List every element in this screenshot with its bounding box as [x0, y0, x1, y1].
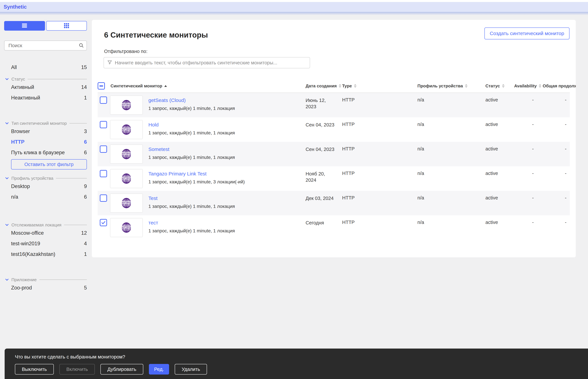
filter-item-count: 6	[84, 139, 87, 145]
sort-icon	[502, 84, 505, 88]
monitor-filter-input[interactable]	[114, 60, 310, 66]
monitor-thumbnail: HTTP/S	[110, 144, 143, 164]
filtered-by-label: Отфильтровано по:	[104, 49, 576, 54]
filter-item[interactable]: Путь клика в браузере 6	[4, 147, 87, 158]
table-row: HTTP/S Hold 1 запрос, каждый(е) 1 minute…	[98, 117, 570, 142]
type-cell: HTTP	[342, 166, 418, 191]
monitor-name-link[interactable]: getSeats (Cloud)	[148, 97, 186, 103]
action-button[interactable]: Включить	[59, 364, 95, 375]
filter-section-monitor-type[interactable]: Тип синтетический монитор	[4, 121, 87, 126]
list-view-button[interactable]	[4, 21, 45, 31]
filter-item-count: 15	[81, 64, 87, 70]
monitor-thumbnail: HTTP/S	[110, 95, 143, 115]
svg-text:HTTP/S: HTTP/S	[122, 201, 131, 204]
app-header: Synthetic	[0, 2, 588, 12]
row-checkbox[interactable]	[100, 170, 107, 177]
row-checkbox[interactable]	[100, 194, 107, 202]
action-button[interactable]: Выключить	[15, 364, 54, 375]
column-header-type[interactable]: Type	[342, 83, 418, 89]
availability-cell: -	[513, 166, 543, 191]
filter-section-title: Профиль устройства	[11, 176, 53, 181]
chevron-down-icon	[4, 77, 9, 82]
type-cell: HTTP	[342, 117, 418, 142]
monitor-name-link[interactable]: тест	[148, 220, 158, 225]
section-divider	[69, 123, 87, 124]
filter-item-count: 3	[84, 128, 87, 134]
filter-section-title: Статус	[11, 77, 25, 82]
filter-item[interactable]: Browser 3	[4, 126, 87, 137]
filter-item-count: 14	[81, 84, 87, 90]
filter-item[interactable]: Неактивный 1	[4, 93, 87, 103]
column-header-profile[interactable]: Профиль устройства	[418, 83, 485, 89]
filter-item-count: 1	[84, 251, 87, 257]
filter-group-status: Активный 14 Неактивный 1	[4, 82, 87, 103]
sort-ascending-icon	[164, 85, 167, 87]
grid-view-button[interactable]	[46, 21, 87, 31]
filter-section-device-profile[interactable]: Профиль устройства	[4, 175, 87, 181]
filter-item[interactable]: Desktop 9	[4, 181, 87, 192]
filter-section-title: Отслеживаемая локация	[11, 222, 61, 228]
type-cell: HTTP	[342, 191, 418, 215]
search-input[interactable]	[4, 41, 87, 50]
select-all-checkbox[interactable]	[98, 82, 105, 90]
filter-item[interactable]: Moscow-office 12	[4, 228, 87, 238]
filter-item-label: Путь клика в браузере	[11, 150, 65, 156]
type-cell: HTTP	[342, 93, 418, 117]
svg-text:HTTP/S: HTTP/S	[122, 226, 131, 229]
status-cell: active	[485, 215, 513, 240]
filter-item[interactable]: test16(Kazakhstan) 1	[4, 249, 87, 259]
filter-section-application[interactable]: Приложение	[4, 277, 87, 283]
svg-text:HTTP/S: HTTP/S	[122, 128, 131, 131]
monitor-description: 1 запрос, каждый(е) 1 minute, 1 локация	[148, 155, 235, 160]
view-toggle	[4, 21, 87, 31]
action-button[interactable]: Ред.	[149, 364, 169, 375]
column-header-monitor[interactable]: Синтетический монитор	[108, 83, 306, 89]
monitor-description: 1 запрос, каждый(е) 1 minute, 1 локация	[148, 130, 235, 136]
row-checkbox[interactable]	[100, 145, 107, 153]
sort-icon	[339, 84, 341, 88]
monitor-name-link[interactable]: Hold	[148, 122, 159, 127]
filter-item-label: Неактивный	[11, 95, 40, 101]
main-panel: Создать синтетический монитор 6 Синтетич…	[92, 20, 576, 257]
filter-section-status[interactable]: Статус	[4, 76, 87, 82]
app-title: Synthetic	[4, 4, 27, 10]
row-checkbox[interactable]	[100, 96, 107, 104]
type-cell: HTTP	[342, 215, 418, 240]
top-white-strip	[0, 0, 588, 2]
type-cell: HTTP	[342, 142, 418, 166]
filter-item[interactable]: HTTP 6	[4, 137, 87, 147]
filter-item-label: HTTP	[11, 139, 25, 145]
http-globe-icon: HTTP/S	[121, 125, 132, 135]
filter-item-label: Moscow-office	[11, 230, 44, 236]
filter-item[interactable]: test-win2019 4	[4, 238, 87, 249]
column-header-availability[interactable]: Availability	[513, 83, 543, 89]
create-monitor-button[interactable]: Создать синтетический монитор	[484, 28, 570, 39]
section-divider	[64, 225, 87, 225]
action-button[interactable]: Дублировать	[100, 364, 143, 375]
table-row: HTTP/S Test 1 запрос, каждый(е) 1 minute…	[98, 191, 570, 215]
availability-cell: -	[513, 215, 543, 240]
row-checkbox[interactable]	[100, 121, 107, 128]
filter-item[interactable]: Активный 14	[4, 82, 87, 93]
svg-text:HTTP/S: HTTP/S	[122, 152, 131, 155]
sort-icon	[354, 84, 356, 88]
monitor-thumbnail: HTTP/S	[110, 193, 143, 213]
column-header-duration[interactable]: Общая продолжит	[543, 83, 576, 89]
monitor-name-link[interactable]: Test	[148, 195, 157, 201]
table-header: Синтетический монитор Дата создания Type…	[98, 82, 570, 93]
column-header-created[interactable]: Дата создания	[306, 83, 342, 89]
monitor-name-link[interactable]: Tangazo Primary Link Test	[148, 171, 206, 176]
created-date-cell: Июнь 12, 2023	[306, 93, 342, 117]
filter-item[interactable]: n/a 6	[4, 192, 87, 202]
keep-filter-button[interactable]: Оставить этот фильтр	[11, 159, 87, 170]
action-button[interactable]: Удалить	[175, 364, 207, 375]
filter-item-all[interactable]: All 15	[4, 62, 87, 73]
filter-item[interactable]: Zoo-prod 5	[4, 283, 87, 293]
filter-item-label: All	[11, 64, 17, 70]
row-checkbox[interactable]	[100, 219, 107, 226]
filter-item-count: 9	[84, 183, 87, 189]
monitor-name-link[interactable]: Sometest	[148, 146, 170, 152]
column-header-status[interactable]: Статус	[485, 83, 513, 89]
filter-section-location[interactable]: Отслеживаемая локация	[4, 222, 87, 228]
status-cell: active	[485, 142, 513, 166]
